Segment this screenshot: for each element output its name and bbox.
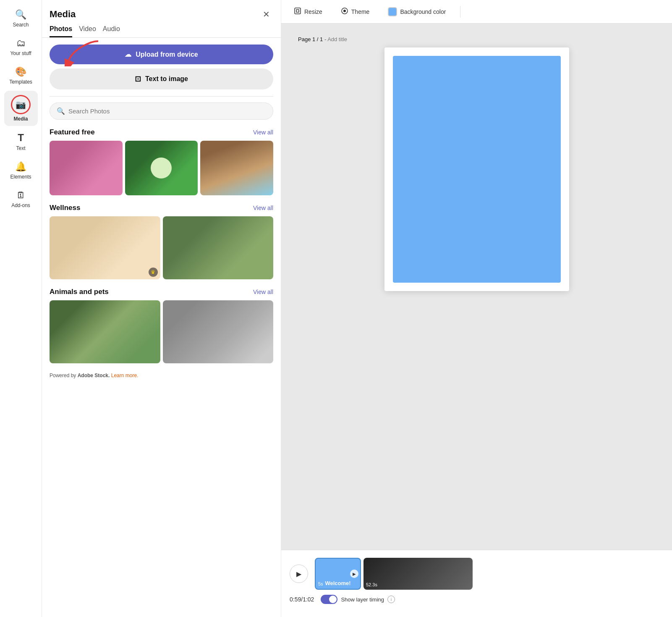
- sidebar-item-media[interactable]: 📷 Media: [4, 91, 38, 126]
- photo-thumb[interactable]: [50, 300, 160, 363]
- timeline-footer: 0:59/1:02 Show layer timing i: [290, 595, 664, 604]
- sidebar-item-your-stuff[interactable]: 🗂 Your stuff: [4, 34, 38, 60]
- toggle-knob: [329, 596, 337, 603]
- sidebar-item-text[interactable]: T Text: [4, 128, 38, 155]
- clip2-time: 52.3s: [366, 582, 377, 587]
- section-title: Wellness: [50, 204, 80, 212]
- top-toolbar: Resize Theme Background color: [281, 0, 672, 24]
- clip-next-icon[interactable]: ▶: [350, 570, 358, 578]
- sidebar-item-label: Text: [16, 145, 25, 151]
- clip-welcome[interactable]: Welcome! 5s ▶: [315, 558, 361, 590]
- svg-rect-1: [295, 8, 301, 14]
- clip1-time: 5s: [318, 581, 323, 586]
- featured-free-grid: [50, 141, 273, 195]
- wellness-section: Wellness View all ♛: [42, 201, 281, 285]
- photo-thumb[interactable]: ♛: [50, 216, 160, 279]
- bg-color-label: Background color: [400, 8, 446, 15]
- play-button[interactable]: ▶: [290, 564, 308, 583]
- photo-image: [50, 141, 123, 195]
- tab-video[interactable]: Video: [79, 25, 96, 37]
- section-header: Wellness View all: [50, 204, 273, 212]
- show-layer-timing-toggle-wrap: Show layer timing i: [321, 595, 395, 604]
- search-photos-input[interactable]: [68, 108, 266, 115]
- sidebar-item-search[interactable]: 🔍 Search: [4, 5, 38, 32]
- templates-icon: 🎨: [15, 66, 26, 77]
- search-bar-wrap: 🔍: [42, 97, 281, 126]
- canvas-blue-rectangle: [393, 56, 561, 283]
- search-icon: 🔍: [57, 107, 65, 115]
- crown-badge: ♛: [149, 268, 158, 277]
- show-layer-timing-label: Show layer timing: [341, 596, 384, 603]
- wellness-grid: ♛: [50, 216, 273, 279]
- sidebar-item-templates[interactable]: 🎨 Templates: [4, 62, 38, 89]
- sidebar: 🔍 Search 🗂 Your stuff 🎨 Templates 📷 Medi…: [0, 0, 42, 617]
- color-swatch: [388, 7, 397, 16]
- sidebar-item-add-ons[interactable]: 🗓 Add-ons: [4, 186, 38, 213]
- media-panel: Media ✕ Photos Video Audio ☁ Upload from…: [42, 0, 281, 617]
- clip-welcome-label: Welcome!: [325, 580, 350, 586]
- view-all-featured[interactable]: View all: [253, 129, 273, 136]
- media-icon: 📷: [16, 100, 26, 110]
- view-all-wellness[interactable]: View all: [253, 205, 273, 211]
- add-ons-icon: 🗓: [16, 190, 26, 201]
- view-all-animals[interactable]: View all: [253, 289, 273, 295]
- adobe-stock-brand: Adobe Stock.: [78, 373, 110, 378]
- section-header: Animals and pets View all: [50, 288, 273, 296]
- upload-from-device-button[interactable]: ☁ Upload from device: [50, 45, 273, 64]
- text-image-icon: ⊡: [135, 74, 141, 84]
- tab-audio[interactable]: Audio: [103, 25, 120, 37]
- timeline: ▶ Welcome! 5s ▶ 52.3s 0:59/1:02 Show lay…: [281, 550, 672, 617]
- page-title-input[interactable]: Add title: [327, 36, 347, 42]
- play-icon: ▶: [296, 570, 301, 578]
- upload-icon: ☁: [125, 50, 131, 58]
- animals-section: Animals and pets View all: [42, 285, 281, 369]
- section-title: Featured free: [50, 128, 95, 137]
- section-title: Animals and pets: [50, 288, 109, 296]
- section-header: Featured free View all: [50, 128, 273, 137]
- photo-thumb[interactable]: [200, 141, 273, 195]
- elements-icon: 🔔: [15, 161, 26, 172]
- media-panel-title: Media: [50, 9, 76, 20]
- timeline-clips: Welcome! 5s ▶ 52.3s: [315, 558, 473, 590]
- tab-photos[interactable]: Photos: [50, 25, 72, 37]
- learn-more-link[interactable]: Learn more.: [111, 373, 139, 378]
- sidebar-item-elements[interactable]: 🔔 Elements: [4, 157, 38, 184]
- featured-free-section: Featured free View all: [42, 126, 281, 201]
- canvas-content: Page 1 / 1 - Add title: [281, 24, 672, 550]
- media-panel-header: Media ✕: [42, 0, 281, 21]
- photo-thumb[interactable]: [163, 216, 274, 279]
- animals-grid: [50, 300, 273, 363]
- search-bar: 🔍: [50, 102, 273, 120]
- adobe-stock-attribution: Powered by Adobe Stock. Learn more.: [42, 369, 281, 380]
- text-to-image-button[interactable]: ⊡ Text to image: [50, 68, 273, 89]
- sidebar-item-label: Search: [13, 22, 29, 28]
- media-icon-wrap: 📷: [11, 95, 31, 114]
- photo-image: [125, 141, 198, 195]
- sidebar-item-label: Elements: [10, 174, 31, 180]
- theme-button[interactable]: Theme: [337, 5, 374, 18]
- theme-icon: [341, 7, 348, 16]
- page-label: Page 1 / 1 - Add title: [298, 36, 347, 42]
- close-button[interactable]: ✕: [259, 8, 273, 21]
- resize-label: Resize: [304, 8, 322, 15]
- svg-point-3: [343, 10, 346, 12]
- media-tabs: Photos Video Audio: [42, 21, 281, 38]
- canvas-page[interactable]: [384, 47, 569, 291]
- photo-thumb[interactable]: [163, 300, 274, 363]
- resize-button[interactable]: Resize: [290, 5, 327, 18]
- resize-icon: [294, 7, 301, 16]
- time-display: 0:59/1:02: [290, 596, 314, 603]
- sidebar-item-label: Templates: [9, 79, 32, 85]
- show-layer-timing-toggle[interactable]: [321, 595, 337, 604]
- photo-thumb[interactable]: [50, 141, 123, 195]
- photo-thumb[interactable]: [125, 141, 198, 195]
- page-number: Page 1 / 1: [298, 36, 323, 42]
- text-image-btn-label: Text to image: [145, 75, 188, 83]
- text-icon: T: [18, 132, 24, 144]
- media-actions: ☁ Upload from device ⊡ Text to image: [42, 38, 281, 96]
- canvas-area: Resize Theme Background color Page 1 / 1…: [281, 0, 672, 617]
- clip-video[interactable]: 52.3s: [363, 558, 473, 590]
- background-color-button[interactable]: Background color: [384, 5, 450, 19]
- info-icon[interactable]: i: [387, 596, 395, 603]
- toolbar-divider: [460, 6, 460, 18]
